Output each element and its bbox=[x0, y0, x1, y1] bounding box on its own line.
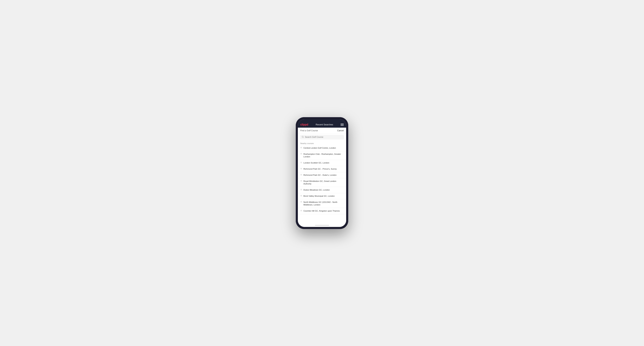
course-name: London Scottish GC, London bbox=[304, 162, 329, 164]
search-input[interactable] bbox=[305, 136, 342, 138]
nav-header: clippd Recent Searches bbox=[298, 122, 346, 128]
svg-point-9 bbox=[301, 195, 301, 196]
location-pin-icon bbox=[300, 201, 302, 204]
svg-line-1 bbox=[303, 137, 304, 138]
svg-point-5 bbox=[301, 168, 301, 169]
location-pin-icon bbox=[300, 162, 302, 164]
main-content: Find a Golf Course Cancel Nearby bbox=[298, 128, 346, 224]
find-label: Find a Golf Course bbox=[300, 129, 318, 132]
course-name: Coombe Hill GC, Kingston upon Thames bbox=[304, 210, 340, 212]
course-name: North Middlesex GC (1011942 - North Midd… bbox=[304, 201, 344, 206]
location-pin-icon bbox=[300, 174, 302, 176]
nearby-label: Nearby courses bbox=[298, 141, 346, 145]
course-name: Richmond Park GC - Duke's, London bbox=[304, 174, 336, 176]
course-list: Central London Golf Centre, London Roeha… bbox=[298, 145, 346, 214]
list-item[interactable]: Roehampton Club - Roehampton, Greater Lo… bbox=[298, 151, 346, 160]
find-header: Find a Golf Course Cancel bbox=[298, 128, 346, 133]
svg-point-8 bbox=[301, 189, 301, 190]
phone-screen: clippd Recent Searches Find a Golf Cours… bbox=[298, 119, 346, 227]
search-box bbox=[300, 135, 344, 140]
course-name: Dukes Meadows GC, London bbox=[304, 189, 330, 191]
location-pin-icon bbox=[300, 195, 302, 197]
home-indicator bbox=[298, 224, 346, 227]
status-bar bbox=[298, 119, 346, 122]
course-name: Central London Golf Centre, London bbox=[304, 147, 336, 150]
location-pin-icon bbox=[300, 147, 302, 150]
svg-point-7 bbox=[301, 180, 301, 181]
nearby-section: Nearby courses Central London Golf Centr… bbox=[298, 141, 346, 224]
list-item[interactable]: Richmond Park GC - Duke's, London bbox=[298, 172, 346, 178]
svg-point-4 bbox=[301, 162, 301, 163]
list-item[interactable]: North Middlesex GC (1011942 - North Midd… bbox=[298, 199, 346, 208]
location-pin-icon bbox=[300, 168, 302, 171]
location-pin-icon bbox=[300, 153, 302, 156]
course-name: Brent Valley Municipal GC, London bbox=[304, 195, 334, 197]
location-pin-icon bbox=[300, 180, 302, 183]
location-pin-icon bbox=[300, 189, 302, 191]
header-title: Recent Searches bbox=[316, 123, 333, 126]
course-name: Royal Wimbledon GC, Great London Authori… bbox=[304, 180, 344, 185]
search-icon bbox=[302, 136, 304, 139]
phone-frame: clippd Recent Searches Find a Golf Cours… bbox=[296, 117, 348, 229]
list-item[interactable]: Coombe Hill GC, Kingston upon Thames bbox=[298, 208, 346, 214]
svg-point-11 bbox=[301, 210, 301, 211]
location-pin-icon bbox=[300, 210, 302, 212]
list-item[interactable]: London Scottish GC, London bbox=[298, 160, 346, 166]
app-logo: clippd bbox=[300, 123, 308, 126]
course-name: Richmond Park GC - Prince's, Surrey bbox=[304, 168, 337, 171]
svg-point-2 bbox=[301, 147, 301, 148]
list-item[interactable]: Royal Wimbledon GC, Great London Authori… bbox=[298, 178, 346, 187]
svg-point-3 bbox=[301, 153, 301, 154]
home-bar bbox=[315, 225, 329, 225]
list-item[interactable]: Dukes Meadows GC, London bbox=[298, 187, 346, 193]
list-item[interactable]: Central London Golf Centre, London bbox=[298, 145, 346, 151]
search-container bbox=[298, 133, 346, 141]
course-name: Roehampton Club - Roehampton, Greater Lo… bbox=[304, 153, 344, 158]
list-item[interactable]: Richmond Park GC - Prince's, Surrey bbox=[298, 166, 346, 172]
menu-icon[interactable] bbox=[340, 124, 344, 126]
cancel-button[interactable]: Cancel bbox=[337, 129, 344, 132]
list-item[interactable]: Brent Valley Municipal GC, London bbox=[298, 193, 346, 199]
svg-point-6 bbox=[301, 174, 301, 175]
svg-point-10 bbox=[301, 202, 301, 202]
